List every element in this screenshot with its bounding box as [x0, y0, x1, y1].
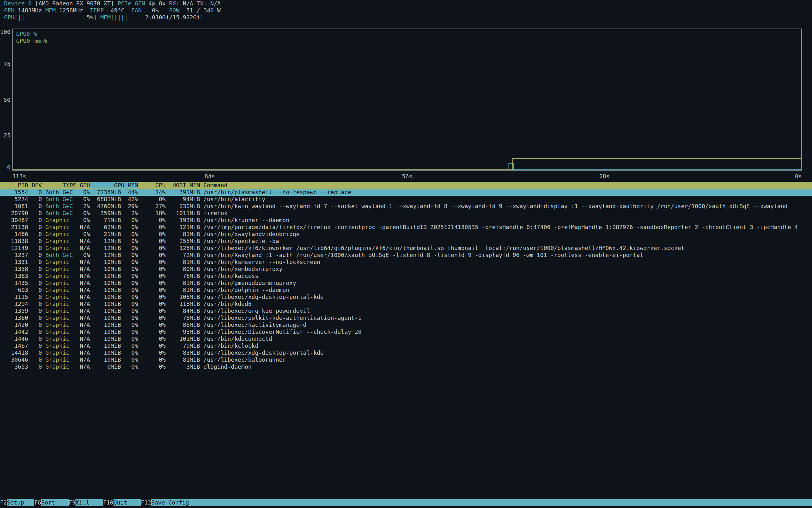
cell-dev: 0	[28, 265, 42, 272]
process-row[interactable]: 1363 0 Graphic N/A 10MiB 0% 0% 76MiB /us…	[0, 272, 812, 280]
column-header-pid[interactable]: PID	[4, 182, 28, 188]
fn-setup[interactable]: F2Setup	[0, 499, 34, 506]
cell-gpu-mem: 10MiB	[90, 272, 121, 279]
legend-mem-percent: GPU0 mem%	[16, 37, 47, 44]
cell-gpu-mem-pct: 0%	[121, 328, 138, 335]
cell-type: Graphic	[42, 342, 76, 349]
process-row[interactable]: 1466 0 Graphic 0% 21MiB 0% 0% 81MiB /usr…	[0, 231, 812, 238]
cell-dev: 0	[28, 356, 42, 363]
process-row[interactable]: 21138 0 Graphic N/A 62MiB 0% 0% 121MiB /…	[0, 224, 812, 231]
temperature-value: 49°C	[104, 7, 124, 14]
cell-pid: 3653	[4, 363, 28, 370]
column-header-type[interactable]: TYPE	[42, 182, 76, 188]
process-row[interactable]: 1237 0 Both G+C 0% 12MiB 0% 0% 72MiB /us…	[0, 252, 812, 259]
column-header-dev[interactable]: DEV	[28, 182, 42, 188]
process-row[interactable]: 1358 0 Graphic N/A 10MiB 0% 0% 80MiB /us…	[0, 265, 812, 272]
cell-dev: 0	[28, 252, 42, 258]
cell-command: /usr/bin/kded6	[200, 300, 252, 307]
cell-pid: 1446	[4, 335, 28, 342]
cell-gpu: N/A	[77, 307, 90, 314]
cell-pid: 1294	[4, 300, 28, 307]
cell-gpu-mem: 10MiB	[90, 307, 121, 314]
cell-gpu-mem: 12MiB	[90, 245, 121, 251]
fn-quit[interactable]: F10Quit	[103, 499, 141, 506]
process-row[interactable]: 30646 0 Graphic N/A 10MiB 0% 0% 81MiB /u…	[0, 356, 812, 363]
process-row[interactable]: 1115 0 Graphic N/A 10MiB 0% 0% 106MiB /u…	[0, 294, 812, 300]
x-axis-tick: 113s	[12, 173, 26, 180]
process-table-header: PID DEV TYPE GPU GPU MEM CPU HOST MEM Co…	[0, 182, 812, 189]
process-row[interactable]: 3653 0 Graphic N/A 0MiB 0% 0% 3MiB elogi…	[0, 363, 812, 370]
cell-dev: 0	[28, 363, 42, 370]
cell-gpu-mem-pct: 0%	[121, 356, 138, 363]
cell-gpu: N/A	[77, 335, 90, 342]
cell-cpu: 14%	[138, 189, 166, 196]
column-header-host-mem[interactable]: HOST MEM	[165, 182, 200, 188]
cell-gpu: N/A	[77, 245, 90, 251]
cell-gpu-mem: 10MiB	[90, 349, 121, 356]
cell-cpu: 0%	[138, 356, 166, 363]
process-row[interactable]: 1081 0 Both G+C 2% 4760MiB 29% 27% 230Mi…	[0, 203, 812, 210]
cell-gpu-mem-pct: 2%	[121, 210, 138, 216]
process-row[interactable]: 1359 0 Graphic N/A 10MiB 0% 0% 84MiB /us…	[0, 307, 812, 314]
cell-gpu-mem-pct: 0%	[121, 307, 138, 314]
process-row[interactable]: 1360 0 Graphic N/A 10MiB 0% 0% 78MiB /us…	[0, 314, 812, 322]
process-row[interactable]: 1467 0 Graphic N/A 10MiB 0% 0% 79MiB /us…	[0, 342, 812, 349]
cell-dev: 0	[28, 342, 42, 349]
cell-host-mem: 80MiB	[165, 265, 200, 272]
process-row[interactable]: 30467 0 Graphic 0% 71MiB 0% 0% 193MiB /u…	[0, 217, 812, 224]
cell-gpu-mem: 7235MiB	[90, 189, 121, 196]
process-row[interactable]: 11838 0 Graphic N/A 12MiB 0% 0% 255MiB /…	[0, 238, 812, 245]
column-header-gpu[interactable]: GPU	[77, 182, 90, 188]
cell-pid: 1363	[4, 272, 28, 279]
cell-gpu-mem-pct: 0%	[121, 231, 138, 237]
process-row[interactable]: 603 0 Graphic N/A 10MiB 0% 0% 81MiB /usr…	[0, 287, 812, 294]
power-value: 51 / 340 W	[180, 7, 221, 14]
process-row[interactable]: 1331 0 Graphic N/A 10MiB 0% 0% 81MiB /us…	[0, 259, 812, 265]
process-row[interactable]: 1294 0 Graphic N/A 10MiB 0% 0% 118MiB /u…	[0, 300, 812, 307]
process-row[interactable]: 5274 0 Both G+C 0% 6881MiB 42% 0% 94MiB …	[0, 196, 812, 203]
process-row[interactable]: 20790 0 Both G+C 0% 359MiB 2% 18% 1011Mi…	[0, 210, 812, 217]
cell-gpu-mem-pct: 0%	[121, 349, 138, 356]
cell-pid: 1331	[4, 259, 28, 265]
fn-save-config[interactable]: F12Save Config	[141, 499, 189, 506]
cell-cpu: 0%	[138, 300, 166, 307]
cell-pid: 20790	[4, 210, 28, 216]
column-header-cpu[interactable]: CPU	[138, 182, 166, 188]
process-row[interactable]: 1420 0 Graphic N/A 10MiB 0% 0% 86MiB /us…	[0, 322, 812, 328]
cell-command: /usr/bin/krunner --daemon	[200, 217, 289, 223]
process-row[interactable]: 14418 0 Graphic N/A 10MiB 0% 0% 83MiB /u…	[0, 349, 812, 356]
cell-command: /usr/bin/dolphin --daemon	[200, 287, 289, 293]
cell-gpu-mem: 10MiB	[90, 335, 121, 342]
cell-cpu: 0%	[138, 252, 166, 258]
fan-label: FAN	[131, 7, 142, 14]
cell-pid: 11838	[4, 238, 28, 244]
fn-sort[interactable]: F6Sort	[34, 499, 68, 506]
cell-gpu: 0%	[77, 231, 90, 237]
process-row[interactable]: 1554 0 Both G+C 0% 7235MiB 44% 14% 391Mi…	[0, 189, 812, 196]
cell-gpu: 0%	[77, 252, 90, 258]
cell-gpu: N/A	[77, 265, 90, 272]
process-row[interactable]: 12149 0 Graphic N/A 12MiB 0% 0% 126MiB /…	[0, 245, 812, 252]
process-row[interactable]: 1442 0 Graphic N/A 10MiB 0% 0% 93MiB /us…	[0, 328, 812, 335]
column-header-gpu-mem[interactable]: GPU MEM	[90, 182, 138, 188]
device-info-line: Device 0 [AMD Radeon RX 9070 XT] PCIe GE…	[0, 0, 812, 7]
cell-type: Both G+C	[42, 252, 76, 258]
cell-type: Both G+C	[42, 196, 76, 203]
cell-type: Graphic	[42, 224, 76, 230]
cell-command: /usr/bin/ksmserver --no-lockscreen	[200, 259, 320, 265]
cell-command: /usr/bin/spectacle -ba	[200, 238, 279, 244]
cell-command: /usr/bin/gmenudbusmenuproxy	[200, 280, 296, 286]
process-row[interactable]: 1446 0 Graphic N/A 10MiB 0% 0% 101MiB /u…	[0, 335, 812, 342]
cell-gpu-mem-pct: 0%	[121, 272, 138, 279]
process-row[interactable]: 1435 0 Graphic N/A 10MiB 0% 0% 81MiB /us…	[0, 280, 812, 287]
fn-kill[interactable]: F9Kill	[69, 499, 103, 506]
column-header-command[interactable]: Command	[200, 182, 228, 188]
cell-command: firefox	[200, 210, 228, 216]
cell-command: /usr/bin/kclockd	[200, 342, 258, 349]
cell-pid: 30467	[4, 217, 28, 223]
power-label: POW	[169, 7, 180, 14]
cell-type: Graphic	[42, 287, 76, 293]
nvtop-terminal: Device 0 [AMD Radeon RX 9070 XT] PCIe GE…	[0, 0, 812, 508]
y-axis-tick: 0	[0, 164, 10, 171]
cell-gpu: N/A	[77, 314, 90, 321]
